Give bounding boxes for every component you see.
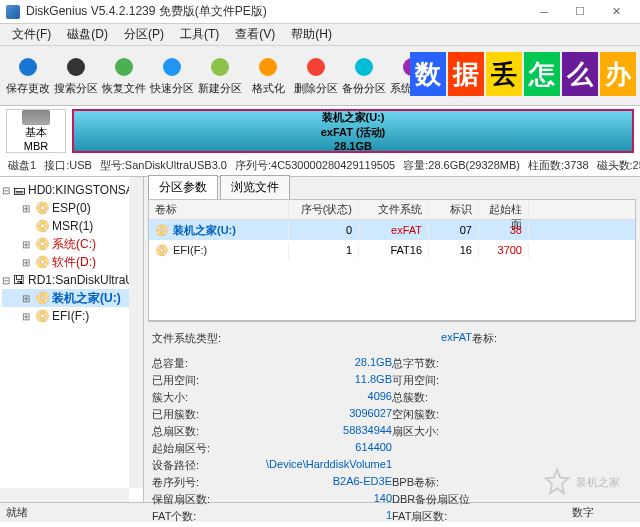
new-icon <box>208 55 232 79</box>
partition-bar[interactable]: 装机之家(U:) exFAT (活动) 28.1GB <box>72 109 634 153</box>
tool-delete[interactable]: 删除分区 <box>292 48 340 104</box>
tree-hd0[interactable]: ⊟🖴HD0:KINGSTONSA400S37240G(22 <box>2 181 141 199</box>
menu-file[interactable]: 文件(F) <box>4 24 59 45</box>
svg-point-7 <box>355 58 373 76</box>
th-start[interactable]: 起始柱面 <box>479 200 529 219</box>
table-row[interactable]: 📀装机之家(U:)0exFAT0738 <box>149 220 635 240</box>
quick-icon <box>160 55 184 79</box>
svg-point-0 <box>19 58 37 76</box>
tree-vscroll[interactable] <box>129 177 143 488</box>
main-area: ⊟🖴HD0:KINGSTONSA400S37240G(22 ⊞📀ESP(0) 📀… <box>0 176 640 502</box>
status-ready: 就绪 <box>6 505 28 520</box>
recover-icon <box>112 55 136 79</box>
expand-icon[interactable]: ⊞ <box>20 203 32 214</box>
svg-point-6 <box>307 58 325 76</box>
tool-quick[interactable]: 快速分区 <box>148 48 196 104</box>
star-icon <box>542 467 572 497</box>
svg-point-5 <box>259 58 277 76</box>
overlay-banner: 数据丢怎么办 <box>410 52 636 96</box>
tabs: 分区参数 浏览文件 <box>144 177 640 199</box>
expand-icon[interactable]: ⊞ <box>20 311 32 322</box>
status-num: 数字 <box>572 505 594 520</box>
volume-icon: 📀 <box>35 220 49 232</box>
menu-help[interactable]: 帮助(H) <box>283 24 340 45</box>
tree-msr[interactable]: 📀MSR(1) <box>2 217 141 235</box>
disk-tree[interactable]: ⊟🖴HD0:KINGSTONSA400S37240G(22 ⊞📀ESP(0) 📀… <box>0 177 143 329</box>
window-title: DiskGenius V5.4.2.1239 免费版(单文件PE版) <box>26 3 526 20</box>
detail-row: 已用簇数:3096027空闲簇数: <box>148 406 636 423</box>
tree-soft[interactable]: ⊞📀软件(D:) <box>2 253 141 271</box>
disk-type-label: 基本 <box>25 125 47 140</box>
volume-icon: 📀 <box>35 238 49 250</box>
tree-efi[interactable]: ⊞📀EFI(F:) <box>2 307 141 325</box>
tab-params[interactable]: 分区参数 <box>148 175 218 199</box>
th-name[interactable]: 卷标 <box>149 200 289 219</box>
tool-backup[interactable]: 备份分区 <box>340 48 388 104</box>
th-flag[interactable]: 标识 <box>429 200 479 219</box>
svg-point-3 <box>163 58 181 76</box>
partition-name: 装机之家(U:) <box>322 110 385 125</box>
detail-row: 已用空间:11.8GB可用空间: <box>148 372 636 389</box>
partition-fs: exFAT (活动) <box>321 125 386 140</box>
volume-icon: 📀 <box>155 224 169 237</box>
tree-hscroll[interactable] <box>0 488 129 502</box>
expand-icon[interactable]: ⊞ <box>20 293 32 304</box>
tree-esp[interactable]: ⊞📀ESP(0) <box>2 199 141 217</box>
table-header: 卷标 序号(状态) 文件系统 标识 起始柱面 <box>149 200 635 220</box>
tool-recover[interactable]: 恢复文件 <box>100 48 148 104</box>
tab-browse[interactable]: 浏览文件 <box>220 175 290 199</box>
svg-point-2 <box>115 58 133 76</box>
volume-icon: 📀 <box>155 244 169 257</box>
collapse-icon[interactable]: ⊟ <box>2 275 10 286</box>
disk-info-line: 磁盘1接口:USB型号:SanDiskUltraUSB3.0序列号:4C5300… <box>0 156 640 176</box>
save-icon <box>16 55 40 79</box>
app-icon <box>6 5 20 19</box>
volume-icon: 📀 <box>35 310 49 322</box>
expand-icon[interactable]: ⊞ <box>20 257 32 268</box>
table-row[interactable]: 📀EFI(F:)1FAT16163700 <box>149 240 635 260</box>
toolbar: 保存更改搜索分区恢复文件快速分区新建分区格式化删除分区备份分区系统迁移 数据丢怎… <box>0 46 640 106</box>
menubar: 文件(F) 磁盘(D) 分区(P) 工具(T) 查看(V) 帮助(H) <box>0 24 640 46</box>
disk-visual-row: 基本 MBR 装机之家(U:) exFAT (活动) 28.1GB <box>0 106 640 156</box>
usb-icon: 🖫 <box>13 274 25 286</box>
tree-vol-selected[interactable]: ⊞📀装机之家(U:) <box>2 289 141 307</box>
tool-search[interactable]: 搜索分区 <box>52 48 100 104</box>
format-icon <box>256 55 280 79</box>
tool-new[interactable]: 新建分区 <box>196 48 244 104</box>
detail-row: 簇大小:4096总簇数: <box>148 389 636 406</box>
volume-icon: 📀 <box>35 202 49 214</box>
th-seq[interactable]: 序号(状态) <box>289 200 359 219</box>
tree-panel: ⊟🖴HD0:KINGSTONSA400S37240G(22 ⊞📀ESP(0) 📀… <box>0 177 144 502</box>
expand-icon[interactable]: ⊞ <box>20 239 32 250</box>
tree-sys[interactable]: ⊞📀系统(C:) <box>2 235 141 253</box>
menu-view[interactable]: 查看(V) <box>227 24 283 45</box>
close-button[interactable]: ✕ <box>598 2 634 22</box>
disk-type-box[interactable]: 基本 MBR <box>6 109 66 153</box>
tree-rd1[interactable]: ⊟🖫RD1:SanDiskUltraUSB3.0(29GB) <box>2 271 141 289</box>
hdd-icon: 🖴 <box>13 184 25 196</box>
backup-icon <box>352 55 376 79</box>
menu-disk[interactable]: 磁盘(D) <box>59 24 116 45</box>
volume-icon: 📀 <box>35 256 49 268</box>
minimize-button[interactable]: ─ <box>526 2 562 22</box>
svg-point-4 <box>211 58 229 76</box>
detail-row: FAT个数:1FAT扇区数: <box>148 508 636 525</box>
volume-icon: 📀 <box>35 292 49 304</box>
th-fs[interactable]: 文件系统 <box>359 200 429 219</box>
svg-point-1 <box>67 58 85 76</box>
watermark: 装机之家 <box>542 467 620 497</box>
detail-row: 起始扇区号:614400 <box>148 440 636 457</box>
tool-save[interactable]: 保存更改 <box>4 48 52 104</box>
volume-table: 卷标 序号(状态) 文件系统 标识 起始柱面 📀装机之家(U:)0exFAT07… <box>148 199 636 321</box>
hdd-icon <box>22 110 50 125</box>
maximize-button[interactable]: ☐ <box>562 2 598 22</box>
table-hscroll[interactable] <box>148 321 636 322</box>
disk-mbr-label: MBR <box>24 140 48 152</box>
tool-format[interactable]: 格式化 <box>244 48 292 104</box>
menu-tools[interactable]: 工具(T) <box>172 24 227 45</box>
search-icon <box>64 55 88 79</box>
menu-partition[interactable]: 分区(P) <box>116 24 172 45</box>
detail-row: 总容量:28.1GB总字节数: <box>148 355 636 372</box>
collapse-icon[interactable]: ⊟ <box>2 185 10 196</box>
titlebar: DiskGenius V5.4.2.1239 免费版(单文件PE版) ─ ☐ ✕ <box>0 0 640 24</box>
